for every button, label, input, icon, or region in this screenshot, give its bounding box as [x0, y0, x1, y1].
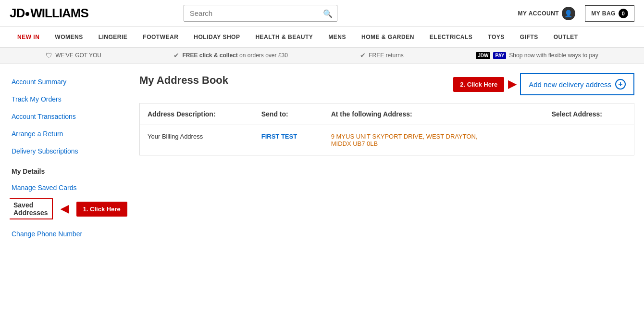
arrow-left-icon: ◀ — [61, 203, 69, 215]
annotation-2-container: 2. Click Here ▶ Add new delivery address… — [453, 73, 634, 95]
sidebar-item-manage-saved-cards[interactable]: Manage Saved Cards — [10, 179, 125, 196]
add-new-delivery-address-button[interactable]: Add new delivery address + — [520, 73, 634, 95]
sidebar-item-change-phone[interactable]: Change Phone Number — [10, 225, 125, 243]
my-account-button[interactable]: MY ACCOUNT 👤 — [518, 7, 576, 20]
main-content: Account Summary Track My Orders Account … — [0, 64, 644, 252]
search-input[interactable] — [184, 5, 337, 22]
info-bar: 🛡 WE'VE GOT YOU ✔ FREE click & collect o… — [0, 48, 644, 64]
info-item-3: ✔ FREE returns — [360, 51, 404, 59]
my-bag-button[interactable]: MY BAG 0 — [585, 5, 634, 22]
address-table: Address Description: Send to: At the fol… — [139, 103, 634, 155]
info-item-1: 🛡 WE'VE GOT YOU — [46, 51, 101, 59]
account-icon: 👤 — [562, 7, 575, 20]
site-header: JDWILLIAMS 🔍 MY ACCOUNT 👤 MY BAG 0 — [0, 0, 644, 27]
sidebar-item-track-orders[interactable]: Track My Orders — [10, 90, 125, 108]
main-nav: NEW IN WOMENS LINGERIE FOOTWEAR HOLIDAY … — [0, 27, 644, 48]
sidebar: Account Summary Track My Orders Account … — [10, 73, 125, 243]
nav-item-new-in[interactable]: NEW IN — [10, 27, 47, 47]
search-box: 🔍 — [184, 5, 337, 22]
nav-item-home-garden[interactable]: HOME & GARDEN — [354, 27, 422, 47]
add-address-label: Add new delivery address — [529, 80, 611, 89]
nav-item-health-beauty[interactable]: HEALTH & BEAUTY — [248, 27, 321, 47]
saved-addresses-row: Saved Addresses ◀ 1. Click Here — [10, 196, 125, 221]
jdw-badge: JDW — [476, 52, 490, 59]
address-send-to-cell: FIRST TEST — [254, 125, 323, 155]
sidebar-item-account-summary[interactable]: Account Summary — [10, 73, 125, 90]
shield-icon: 🛡 — [46, 51, 52, 59]
nav-item-womens[interactable]: WOMENS — [47, 27, 90, 47]
sidebar-item-account-transactions[interactable]: Account Transactions — [10, 108, 125, 125]
table-row: Your Billing Address FIRST TEST 9 MYUS U… — [140, 125, 634, 155]
annotation-2-badge: 2. Click Here — [453, 77, 504, 92]
nav-item-mens[interactable]: MENS — [321, 27, 354, 47]
nav-item-outlet[interactable]: OUTLET — [546, 27, 586, 47]
address-detail-cell: 9 MYUS UNIT SKYPORT DRIVE, WEST DRAYTON,… — [323, 125, 544, 155]
nav-item-footwear[interactable]: FOOTWEAR — [135, 27, 186, 47]
address-select-cell — [544, 125, 634, 155]
site-logo[interactable]: JDWILLIAMS — [10, 6, 88, 21]
my-bag-label: MY BAG — [591, 10, 616, 17]
pay-badge: PAY — [493, 52, 506, 59]
sidebar-item-delivery-subscriptions[interactable]: Delivery Subscriptions — [10, 142, 125, 160]
address-description-cell: Your Billing Address — [140, 125, 254, 155]
check-circle-icon-2: ✔ — [360, 51, 366, 59]
info-text-1: WE'VE GOT YOU — [55, 52, 101, 59]
page-content: My Address Book 2. Click Here ▶ Add new … — [139, 73, 634, 243]
col-header-select: Select Address: — [544, 103, 634, 125]
check-circle-icon-1: ✔ — [173, 51, 179, 59]
col-header-send-to: Send to: — [254, 103, 323, 125]
info-text-2-prefix: FREE click & collect on orders over £30 — [182, 52, 287, 59]
arrow-right-icon: ▶ — [508, 78, 516, 90]
nav-item-electricals[interactable]: ELECTRICALS — [422, 27, 481, 47]
sidebar-item-saved-addresses[interactable]: Saved Addresses — [10, 198, 53, 219]
annotation-1-badge: 1. Click Here — [76, 202, 127, 217]
page-title: My Address Book — [139, 74, 228, 87]
info-item-2: ✔ FREE click & collect on orders over £3… — [173, 51, 287, 59]
nav-item-holiday-shop[interactable]: HOLIDAY SHOP — [186, 27, 248, 47]
plus-circle-icon: + — [615, 79, 626, 90]
my-account-label: MY ACCOUNT — [518, 10, 559, 17]
bag-count: 0 — [619, 9, 628, 18]
col-header-address: At the following Address: — [323, 103, 544, 125]
nav-item-gifts[interactable]: GIFTS — [512, 27, 546, 47]
col-header-description: Address Description: — [140, 103, 254, 125]
nav-item-lingerie[interactable]: LINGERIE — [91, 27, 136, 47]
info-text-4: Shop now with flexible ways to pay — [509, 52, 598, 59]
sidebar-item-arrange-return[interactable]: Arrange a Return — [10, 125, 125, 142]
info-text-3: FREE returns — [369, 52, 404, 59]
header-right: MY ACCOUNT 👤 MY BAG 0 — [518, 5, 634, 22]
address-book-header: My Address Book 2. Click Here ▶ Add new … — [139, 73, 634, 95]
search-icon: 🔍 — [323, 9, 333, 18]
my-details-title: My Details — [10, 160, 125, 179]
info-item-4: JDW PAY Shop now with flexible ways to p… — [476, 52, 598, 59]
nav-item-toys[interactable]: TOYS — [480, 27, 512, 47]
